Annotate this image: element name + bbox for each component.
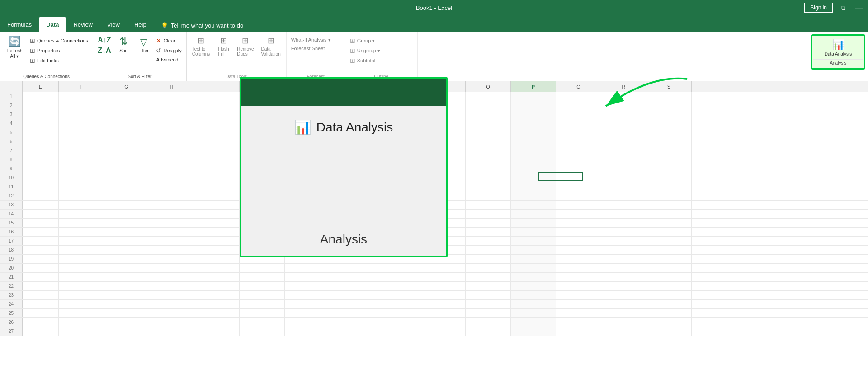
tab-review[interactable]: Review bbox=[66, 17, 100, 32]
cell-s-27[interactable] bbox=[646, 327, 692, 336]
cell-f-13[interactable] bbox=[59, 201, 104, 209]
data-analysis-button-ribbon[interactable]: 📊 Data Analysis bbox=[820, 37, 856, 58]
cell-g-22[interactable] bbox=[104, 282, 149, 290]
cell-r-14[interactable] bbox=[601, 210, 646, 218]
cell-g-4[interactable] bbox=[104, 119, 149, 128]
cell-m-21[interactable] bbox=[375, 273, 420, 281]
cell-p-20[interactable] bbox=[511, 264, 556, 272]
cell-f-2[interactable] bbox=[59, 101, 104, 110]
cell-q-10[interactable] bbox=[556, 173, 601, 182]
cell-s-21[interactable] bbox=[646, 273, 692, 281]
cell-e-6[interactable] bbox=[23, 137, 59, 146]
cell-g-23[interactable] bbox=[104, 291, 149, 299]
cell-h-20[interactable] bbox=[149, 264, 194, 272]
cell-f-20[interactable] bbox=[59, 264, 104, 272]
cell-p-27[interactable] bbox=[511, 327, 556, 336]
cell-f-16[interactable] bbox=[59, 228, 104, 236]
cell-f-26[interactable] bbox=[59, 318, 104, 327]
cell-e-5[interactable] bbox=[23, 128, 59, 137]
cell-f-7[interactable] bbox=[59, 146, 104, 155]
cell-e-26[interactable] bbox=[23, 318, 59, 327]
cell-e-13[interactable] bbox=[23, 201, 59, 209]
cell-o-10[interactable] bbox=[466, 173, 511, 182]
cell-p-26[interactable] bbox=[511, 318, 556, 327]
cell-j-20[interactable] bbox=[240, 264, 285, 272]
cell-g-18[interactable] bbox=[104, 246, 149, 254]
cell-q-20[interactable] bbox=[556, 264, 601, 272]
cell-o-27[interactable] bbox=[466, 327, 511, 336]
cell-r-18[interactable] bbox=[601, 246, 646, 254]
cell-r-23[interactable] bbox=[601, 291, 646, 299]
cell-h-10[interactable] bbox=[149, 173, 194, 182]
cell-q-26[interactable] bbox=[556, 318, 601, 327]
cell-o-7[interactable] bbox=[466, 146, 511, 155]
cell-o-1[interactable] bbox=[466, 92, 511, 101]
cell-e-18[interactable] bbox=[23, 246, 59, 254]
cell-q-13[interactable] bbox=[556, 201, 601, 209]
cell-f-25[interactable] bbox=[59, 309, 104, 317]
reapply-button[interactable]: ↺ Reapply bbox=[154, 46, 183, 55]
cell-i-10[interactable] bbox=[194, 173, 240, 182]
cell-p-8[interactable] bbox=[511, 155, 556, 164]
cell-s-19[interactable] bbox=[646, 255, 692, 263]
cell-i-3[interactable] bbox=[194, 110, 240, 119]
cell-h-7[interactable] bbox=[149, 146, 194, 155]
cell-i-16[interactable] bbox=[194, 228, 240, 236]
cell-o-6[interactable] bbox=[466, 137, 511, 146]
cell-o-24[interactable] bbox=[466, 300, 511, 308]
cell-p-5[interactable] bbox=[511, 128, 556, 137]
cell-s-4[interactable] bbox=[646, 119, 692, 128]
sign-in-button[interactable]: Sign in bbox=[804, 3, 833, 13]
cell-i-19[interactable] bbox=[194, 255, 240, 263]
cell-e-14[interactable] bbox=[23, 210, 59, 218]
cell-e-2[interactable] bbox=[23, 101, 59, 110]
cell-g-27[interactable] bbox=[104, 327, 149, 336]
cell-i-11[interactable] bbox=[194, 182, 240, 191]
cell-r-25[interactable] bbox=[601, 309, 646, 317]
cell-r-15[interactable] bbox=[601, 219, 646, 227]
cell-h-6[interactable] bbox=[149, 137, 194, 146]
cell-q-15[interactable] bbox=[556, 219, 601, 227]
cell-e-23[interactable] bbox=[23, 291, 59, 299]
cell-p-23[interactable] bbox=[511, 291, 556, 299]
cell-s-18[interactable] bbox=[646, 246, 692, 254]
cell-l-25[interactable] bbox=[330, 309, 375, 317]
cell-l-21[interactable] bbox=[330, 273, 375, 281]
cell-p-2[interactable] bbox=[511, 101, 556, 110]
cell-f-8[interactable] bbox=[59, 155, 104, 164]
cell-i-2[interactable] bbox=[194, 101, 240, 110]
cell-s-26[interactable] bbox=[646, 318, 692, 327]
cell-h-12[interactable] bbox=[149, 191, 194, 200]
cell-i-23[interactable] bbox=[194, 291, 240, 299]
cell-e-3[interactable] bbox=[23, 110, 59, 119]
tell-me-bar[interactable]: 💡 Tell me what you want to do bbox=[154, 19, 250, 32]
col-header-i[interactable]: I bbox=[194, 81, 240, 92]
cell-o-5[interactable] bbox=[466, 128, 511, 137]
cell-o-8[interactable] bbox=[466, 155, 511, 164]
cell-s-7[interactable] bbox=[646, 146, 692, 155]
cell-h-1[interactable] bbox=[149, 92, 194, 101]
cell-i-6[interactable] bbox=[194, 137, 240, 146]
cell-i-12[interactable] bbox=[194, 191, 240, 200]
cell-s-6[interactable] bbox=[646, 137, 692, 146]
cell-s-12[interactable] bbox=[646, 191, 692, 200]
cell-h-16[interactable] bbox=[149, 228, 194, 236]
cell-r-22[interactable] bbox=[601, 282, 646, 290]
cell-g-17[interactable] bbox=[104, 237, 149, 245]
cell-p-9[interactable] bbox=[511, 164, 556, 173]
cell-q-19[interactable] bbox=[556, 255, 601, 263]
cell-i-22[interactable] bbox=[194, 282, 240, 290]
restore-icon[interactable]: ⧉ bbox=[836, 4, 850, 12]
edit-links-button[interactable]: ⊞ Edit Links bbox=[28, 56, 90, 65]
cell-n-23[interactable] bbox=[420, 291, 466, 299]
cell-q-17[interactable] bbox=[556, 237, 601, 245]
cell-n-27[interactable] bbox=[420, 327, 466, 336]
cell-g-13[interactable] bbox=[104, 201, 149, 209]
cell-m-22[interactable] bbox=[375, 282, 420, 290]
cell-r-6[interactable] bbox=[601, 137, 646, 146]
cell-s-15[interactable] bbox=[646, 219, 692, 227]
cell-p-13[interactable] bbox=[511, 201, 556, 209]
cell-k-22[interactable] bbox=[285, 282, 330, 290]
cell-f-22[interactable] bbox=[59, 282, 104, 290]
cell-s-13[interactable] bbox=[646, 201, 692, 209]
